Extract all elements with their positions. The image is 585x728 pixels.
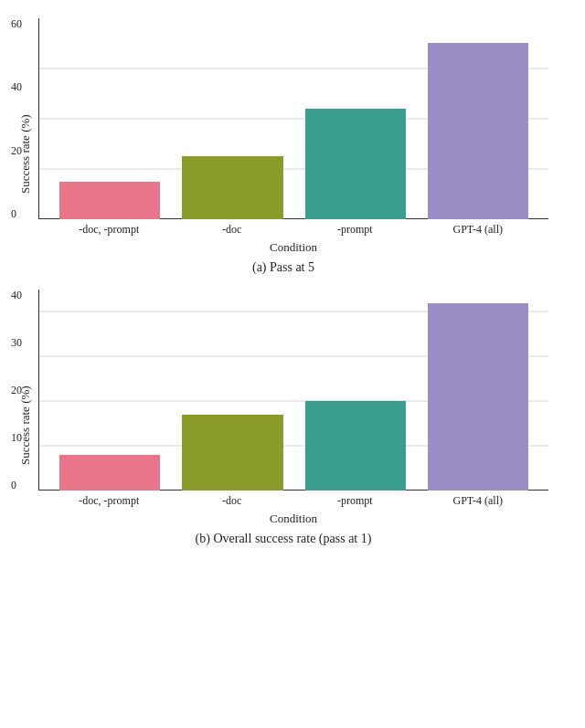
chart2-bar4-rect bbox=[428, 303, 528, 491]
chart2-bar3 bbox=[294, 401, 417, 491]
chart2-plot: 0 10 20 30 40 bbox=[38, 290, 548, 526]
chart2-container: Success rate (%) 0 10 20 30 40 bbox=[18, 290, 548, 546]
page-container: Success rate (%) 0 20 40 60 bbox=[18, 18, 567, 561]
chart2-inner: Success rate (%) 0 10 20 30 40 bbox=[18, 290, 548, 526]
chart1-container: Success rate (%) 0 20 40 60 bbox=[18, 18, 548, 275]
chart1-inner: Success rate (%) 0 20 40 60 bbox=[18, 18, 548, 255]
chart1-title: (a) Pass at 5 bbox=[18, 260, 548, 275]
chart1-xlabel-3: -prompt bbox=[293, 223, 417, 237]
chart1-bar4 bbox=[417, 43, 539, 219]
chart2-xlabel-3: -prompt bbox=[293, 494, 417, 508]
chart2-title: (b) Overall success rate (pass at 1) bbox=[18, 532, 548, 546]
chart1-xlabel-4: GPT-4 (all) bbox=[417, 223, 540, 237]
chart2-area: Success rate (%) 0 10 20 30 40 bbox=[18, 290, 548, 526]
chart1-bar1 bbox=[48, 182, 171, 219]
chart1-bar2-rect bbox=[182, 156, 282, 219]
chart2-bar2-rect bbox=[182, 415, 282, 491]
chart1-bar3-rect bbox=[305, 109, 406, 219]
chart2-xlabel-4: GPT-4 (all) bbox=[417, 494, 540, 508]
chart1-area: Success rate (%) 0 20 40 60 bbox=[18, 18, 548, 255]
chart2-bar4 bbox=[417, 303, 539, 491]
chart2-xlabel-2: -doc bbox=[171, 494, 294, 508]
chart2-x-title: Condition bbox=[38, 512, 548, 526]
chart2-plot-area bbox=[38, 290, 548, 491]
chart1-plot: 0 20 40 60 bbox=[38, 18, 548, 255]
chart2-bar3-rect bbox=[305, 401, 406, 491]
chart2-x-labels: -doc, -prompt -doc -prompt GPT-4 (all) bbox=[38, 494, 548, 508]
chart1-plot-area bbox=[38, 18, 548, 219]
chart1-bar4-rect bbox=[428, 43, 528, 219]
chart2-bar1-rect bbox=[59, 455, 160, 491]
chart2-y-label: Success rate (%) bbox=[18, 325, 33, 526]
chart1-ytick-60: 60 bbox=[11, 18, 22, 29]
chart1-x-title: Condition bbox=[38, 240, 548, 255]
chart1-x-labels: -doc, -prompt -doc -prompt GPT-4 (all) bbox=[38, 223, 548, 237]
chart1-bar2 bbox=[171, 156, 293, 219]
chart1-bar1-rect bbox=[59, 182, 160, 219]
chart1-bar3 bbox=[294, 109, 417, 219]
chart1-xlabel-2: -doc bbox=[171, 223, 294, 237]
chart2-bar1 bbox=[48, 455, 171, 491]
chart2-ytick-40: 40 bbox=[11, 290, 22, 301]
chart2-bars bbox=[39, 290, 548, 491]
chart1-bars bbox=[39, 18, 548, 219]
chart1-y-label: Success rate (%) bbox=[18, 54, 33, 255]
chart2-bar2 bbox=[171, 415, 293, 491]
chart1-xlabel-1: -doc, -prompt bbox=[48, 223, 171, 237]
chart2-xlabel-1: -doc, -prompt bbox=[48, 494, 171, 508]
